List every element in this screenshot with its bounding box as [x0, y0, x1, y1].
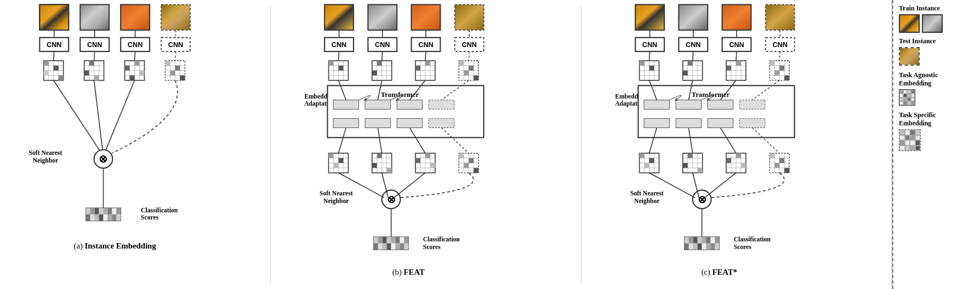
- svg-rect-93: [368, 4, 397, 30]
- svg-rect-378: [698, 244, 702, 250]
- svg-rect-342: [741, 163, 746, 168]
- svg-rect-262: [640, 61, 645, 66]
- svg-rect-228: [374, 244, 378, 250]
- svg-line-62: [135, 51, 135, 61]
- svg-rect-175: [334, 163, 339, 168]
- svg-rect-88: [116, 215, 121, 221]
- svg-rect-92: [324, 4, 354, 30]
- svg-rect-158: [333, 118, 358, 128]
- svg-line-295: [736, 51, 737, 61]
- svg-rect-352: [774, 163, 779, 168]
- svg-rect-234: [400, 244, 404, 250]
- svg-rect-224: [391, 237, 396, 244]
- svg-rect-3: [121, 4, 150, 30]
- svg-rect-220: [374, 237, 378, 244]
- svg-text:Scores: Scores: [734, 244, 752, 251]
- svg-line-294: [693, 51, 693, 61]
- svg-rect-44: [130, 76, 135, 80]
- svg-rect-22: [44, 71, 49, 76]
- svg-rect-81: [86, 215, 90, 221]
- svg-rect-376: [689, 244, 693, 250]
- svg-text:CNN: CNN: [87, 41, 102, 49]
- svg-text:CNN: CNN: [418, 41, 433, 49]
- legend-tiger-thumb: [899, 14, 920, 33]
- svg-rect-331: [683, 163, 688, 168]
- svg-rect-203: [459, 153, 464, 158]
- svg-line-293: [649, 51, 650, 61]
- svg-rect-32: [84, 71, 89, 76]
- svg-rect-154: [333, 100, 358, 109]
- svg-line-296: [779, 51, 780, 61]
- svg-rect-229: [378, 244, 383, 250]
- svg-rect-382: [715, 244, 719, 250]
- svg-rect-231: [387, 244, 391, 250]
- svg-text:Neighbor: Neighbor: [323, 198, 349, 205]
- legend-task-specific-grid: [899, 129, 921, 151]
- svg-rect-371: [702, 237, 706, 244]
- svg-rect-74: [90, 208, 95, 215]
- svg-rect-379: [702, 244, 706, 250]
- svg-line-149: [469, 51, 469, 61]
- svg-rect-87: [112, 215, 116, 221]
- svg-rect-84: [99, 215, 104, 221]
- svg-text:CNN: CNN: [642, 41, 657, 49]
- svg-rect-41: [135, 61, 140, 66]
- svg-text:Neighbor: Neighbor: [634, 198, 659, 205]
- svg-rect-134: [415, 66, 420, 71]
- svg-rect-322: [645, 163, 649, 168]
- svg-line-217: [394, 173, 425, 198]
- svg-rect-143: [469, 66, 474, 71]
- svg-line-61: [94, 51, 95, 61]
- svg-rect-305: [644, 118, 669, 128]
- svg-rect-222: [383, 237, 387, 244]
- svg-rect-291: [774, 71, 779, 76]
- panel-c-svg: CNN CNN CNN CNN: [582, 0, 892, 289]
- svg-rect-142: [459, 61, 464, 66]
- svg-rect-242: [766, 4, 795, 30]
- svg-rect-184: [372, 163, 377, 168]
- svg-rect-185: [387, 168, 392, 173]
- svg-rect-145: [474, 76, 478, 80]
- svg-text:Soft Nearest: Soft Nearest: [320, 190, 353, 197]
- svg-line-146: [339, 51, 339, 61]
- svg-rect-370: [698, 237, 702, 244]
- svg-rect-380: [706, 244, 711, 250]
- svg-text:Soft Nearest: Soft Nearest: [630, 190, 664, 197]
- svg-rect-306: [676, 118, 701, 128]
- svg-rect-174: [339, 158, 344, 163]
- svg-rect-193: [425, 153, 430, 158]
- svg-text:CNN: CNN: [375, 41, 390, 49]
- svg-rect-77: [103, 208, 107, 215]
- legend-task-agnostic-label: Task Agnostic Embedding: [899, 71, 975, 88]
- svg-rect-183: [377, 153, 382, 158]
- legend-panel: Train Instance Test Instance Task Agnost…: [892, 0, 980, 289]
- svg-rect-54: [170, 71, 175, 76]
- svg-rect-353: [784, 168, 789, 173]
- svg-rect-144: [464, 71, 469, 76]
- svg-rect-205: [464, 163, 469, 168]
- svg-rect-227: [404, 237, 409, 244]
- svg-line-66: [103, 80, 134, 156]
- svg-rect-31: [89, 61, 94, 66]
- svg-text:CNN: CNN: [729, 41, 744, 49]
- panel-c: CNN CNN CNN CNN: [582, 0, 892, 289]
- svg-rect-303: [708, 100, 733, 109]
- svg-rect-308: [739, 118, 765, 128]
- svg-rect-232: [391, 244, 396, 250]
- svg-rect-350: [770, 153, 774, 158]
- svg-rect-225: [396, 237, 400, 244]
- main-container: CNN CNN CNN CNN: [0, 0, 980, 289]
- legend-task-agnostic-grid: [899, 89, 915, 106]
- svg-rect-33: [94, 76, 99, 80]
- svg-rect-332: [698, 168, 703, 173]
- svg-text:CNN: CNN: [332, 41, 346, 49]
- svg-rect-53: [175, 66, 180, 71]
- svg-rect-159: [365, 118, 390, 128]
- svg-rect-368: [689, 237, 693, 244]
- svg-rect-272: [683, 71, 688, 76]
- svg-rect-82: [90, 215, 95, 221]
- svg-rect-240: [679, 4, 708, 30]
- svg-rect-235: [404, 244, 409, 250]
- panel-a: CNN CNN CNN CNN: [0, 0, 270, 289]
- svg-rect-226: [400, 237, 404, 244]
